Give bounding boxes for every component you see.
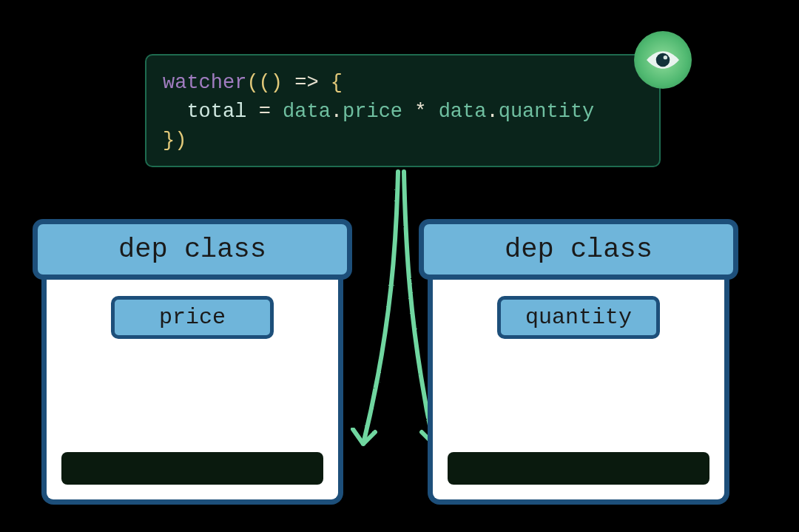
code-token-assign: = xyxy=(259,101,271,123)
dep-class-header-label: dep class xyxy=(118,234,266,265)
code-token-arrow: => xyxy=(294,72,318,94)
dep-class-box-quantity: dep class quantity xyxy=(419,219,738,505)
dep-property-label: price xyxy=(159,305,226,330)
dep-class-box-price: dep class price xyxy=(33,219,352,505)
code-token-brace: } xyxy=(163,129,175,152)
dep-class-header-label: dep class xyxy=(505,234,653,265)
eye-icon xyxy=(643,40,683,80)
code-token-op: * xyxy=(414,101,426,123)
dep-property-label: quantity xyxy=(525,305,632,330)
code-token-paren: (( xyxy=(246,72,270,94)
dep-class-header: dep class xyxy=(33,219,352,280)
dep-property-chip: price xyxy=(111,296,274,339)
watcher-eye-icon xyxy=(634,31,692,89)
dep-property-chip: quantity xyxy=(497,296,660,339)
svg-point-0 xyxy=(656,53,670,67)
code-token-prop: price xyxy=(343,101,402,123)
code-token-paren: ) xyxy=(175,129,186,152)
code-token-obj: data xyxy=(439,101,487,123)
code-token-dot: . xyxy=(331,101,343,123)
code-token-paren: ) xyxy=(271,72,283,94)
watcher-code-block: watcher(() => { total = data.price * dat… xyxy=(145,54,661,167)
code-token-obj: data xyxy=(283,101,331,123)
dep-subscribers-bar xyxy=(61,452,323,485)
dep-class-header: dep class xyxy=(419,219,738,280)
dep-class-body: price xyxy=(41,275,343,505)
code-token-var: total xyxy=(186,101,246,123)
dep-class-body: quantity xyxy=(428,275,729,505)
code-token-prop: quantity xyxy=(499,101,595,123)
code-token-brace: { xyxy=(331,72,343,94)
dep-subscribers-bar xyxy=(448,452,709,485)
code-token-dot: . xyxy=(486,101,498,123)
code-token-fn: watcher xyxy=(163,72,246,94)
svg-point-1 xyxy=(664,55,667,59)
